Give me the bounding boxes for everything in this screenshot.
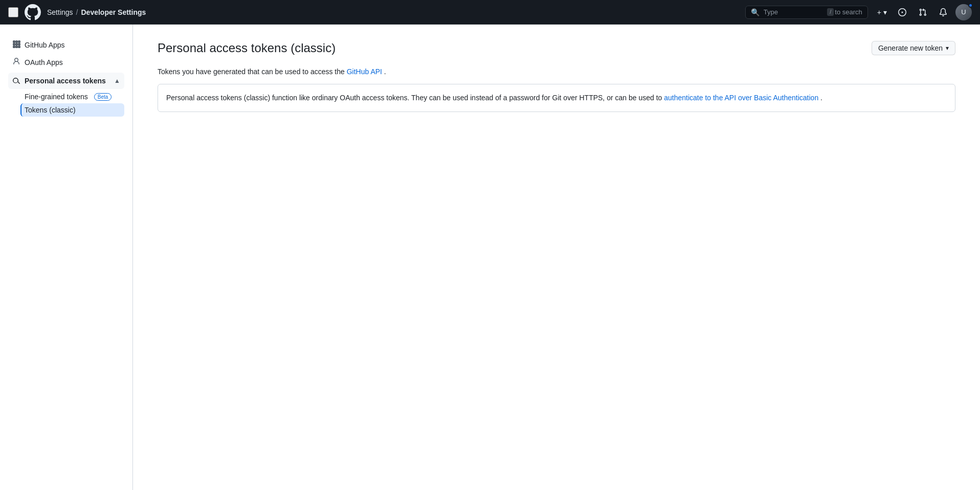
sidebar: GitHub Apps OAuth Apps Personal access (0, 25, 133, 490)
description-text: Tokens you have generated that can be us… (158, 68, 955, 76)
sidebar-item-personal-access-tokens-label: Personal access tokens (25, 77, 106, 85)
topnav-actions: + ▾ U (874, 4, 972, 20)
description-suffix: . (384, 68, 386, 76)
kbd-slash: / (827, 8, 834, 16)
sidebar-sub-tokens: Fine-grained tokens Beta Tokens (classic… (8, 90, 124, 117)
sidebar-item-github-apps[interactable]: GitHub Apps (8, 37, 124, 53)
search-bar[interactable]: 🔍 Type / to search (745, 6, 868, 19)
sidebar-item-personal-access-tokens[interactable]: Personal access tokens ▲ (8, 73, 124, 89)
breadcrumb: Settings / Developer Settings (47, 8, 146, 16)
hamburger-menu-button[interactable] (8, 7, 18, 17)
generate-btn-dropdown-arrow: ▾ (946, 44, 949, 52)
new-item-button[interactable]: + ▾ (874, 6, 890, 18)
issues-button[interactable] (894, 6, 910, 18)
info-text-1: Personal access tokens (classic) functio… (166, 94, 664, 102)
page-layout: GitHub Apps OAuth Apps Personal access (0, 25, 980, 490)
main-content: Personal access tokens (classic) Generat… (133, 25, 980, 490)
generate-btn-label: Generate new token (878, 44, 943, 52)
avatar[interactable]: U (955, 4, 972, 20)
sidebar-item-oauth-apps-label: OAuth Apps (25, 58, 63, 66)
plus-icon: + (877, 8, 881, 16)
sidebar-section-tokens: Personal access tokens ▲ Fine-grained to… (8, 73, 124, 117)
search-keyboard-shortcut: / to search (827, 8, 862, 16)
settings-link[interactable]: Settings (47, 8, 73, 16)
dropdown-arrow-icon: ▾ (883, 8, 887, 16)
chevron-up-icon: ▲ (114, 77, 120, 84)
pull-requests-button[interactable] (915, 6, 931, 18)
info-text-2: . (820, 94, 822, 102)
key-icon (12, 76, 20, 86)
breadcrumb-separator: / (76, 8, 78, 16)
basic-auth-link[interactable]: authenticate to the API over Basic Authe… (664, 94, 818, 102)
beta-badge: Beta (94, 93, 112, 101)
page-header: Personal access tokens (classic) Generat… (158, 41, 955, 55)
description-prefix: Tokens you have generated that can be us… (158, 68, 347, 76)
kbd-description: to search (835, 8, 862, 16)
avatar-initial: U (961, 8, 966, 16)
top-navigation: Settings / Developer Settings 🔍 Type / t… (0, 0, 980, 25)
notification-dot (968, 3, 973, 8)
grid-icon (12, 40, 20, 50)
sidebar-section-apps: GitHub Apps OAuth Apps (8, 37, 124, 71)
generate-new-token-button[interactable]: Generate new token ▾ (872, 41, 955, 55)
search-icon: 🔍 (751, 8, 760, 16)
sidebar-fine-grained-label: Fine-grained tokens (25, 93, 88, 101)
github-api-link[interactable]: GitHub API (347, 68, 382, 76)
sidebar-item-tokens-classic[interactable]: Tokens (classic) (20, 103, 124, 117)
sidebar-item-fine-grained-tokens[interactable]: Fine-grained tokens Beta (20, 90, 124, 103)
sidebar-item-github-apps-label: GitHub Apps (25, 41, 65, 49)
notifications-button[interactable] (935, 6, 951, 18)
page-title: Personal access tokens (classic) (158, 41, 336, 55)
current-page-label: Developer Settings (81, 8, 146, 16)
info-box: Personal access tokens (classic) functio… (158, 84, 955, 112)
sidebar-item-oauth-apps[interactable]: OAuth Apps (8, 54, 124, 71)
sidebar-tokens-classic-label: Tokens (classic) (25, 106, 76, 114)
github-logo[interactable] (25, 4, 41, 20)
search-label: Type (764, 8, 778, 16)
person-icon (12, 57, 20, 68)
